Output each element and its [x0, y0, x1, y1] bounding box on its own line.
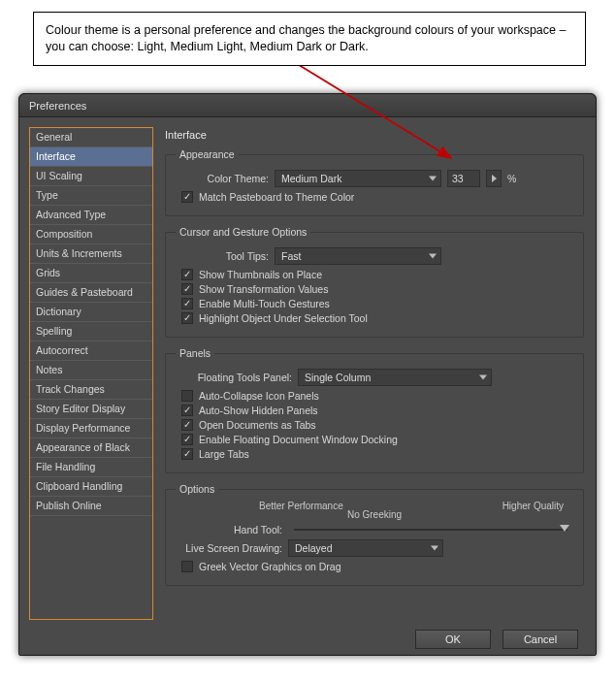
- checkbox-icon: ✓: [181, 405, 193, 416]
- checkbox-icon: ✓: [181, 434, 193, 445]
- titlebar: Preferences: [19, 94, 596, 117]
- color-theme-label: Color Theme:: [176, 173, 269, 184]
- appearance-group: Appearance Color Theme: Medium Dark 33 %: [165, 148, 584, 216]
- category-sidebar: GeneralInterfaceUI ScalingTypeAdvanced T…: [29, 127, 153, 620]
- sidebar-item[interactable]: Publish Online: [30, 497, 152, 516]
- sidebar-item[interactable]: Interface: [30, 147, 152, 167]
- checkbox-icon: ✓: [181, 448, 193, 460]
- panels-group: Panels Floating Tools Panel: Single Colu…: [165, 347, 584, 473]
- sidebar-item[interactable]: Spelling: [30, 322, 152, 341]
- chevron-down-icon: [429, 177, 437, 181]
- sidebar-item[interactable]: Display Performance: [30, 419, 152, 438]
- panel-title: Interface: [165, 129, 586, 141]
- cursor-legend: Cursor and Gesture Options: [176, 226, 310, 238]
- sidebar-item[interactable]: Appearance of Black: [30, 438, 152, 458]
- checkbox-option[interactable]: Auto-Collapse Icon Panels: [181, 390, 573, 402]
- ok-button[interactable]: OK: [415, 630, 491, 649]
- hand-tool-label: Hand Tool:: [176, 524, 282, 535]
- perf-right-label: Higher Quality: [503, 501, 564, 511]
- hand-tool-slider[interactable]: [294, 529, 567, 531]
- live-drawing-label: Live Screen Drawing:: [176, 542, 282, 554]
- checkbox-icon: ✓: [181, 298, 193, 309]
- dialog-footer: OK Cancel: [29, 626, 586, 649]
- chevron-down-icon: [429, 254, 437, 259]
- sidebar-item[interactable]: Dictionary: [30, 303, 152, 322]
- main-panel: Interface Appearance Color Theme: Medium…: [163, 127, 586, 620]
- chevron-down-icon: [479, 375, 487, 380]
- checkbox-option[interactable]: ✓Show Thumbnails on Place: [181, 269, 573, 280]
- annotation-callout: Colour theme is a personal preference an…: [33, 12, 586, 66]
- checkbox-icon: ✓: [181, 283, 193, 295]
- slider-thumb-icon: [560, 525, 569, 532]
- greek-vector-checkbox[interactable]: Greek Vector Graphics on Drag: [181, 561, 573, 572]
- checkbox-icon: ✓: [181, 419, 193, 431]
- floating-panel-label: Floating Tools Panel:: [176, 372, 292, 383]
- perf-left-label: Better Performance: [259, 501, 343, 511]
- step-right-button[interactable]: [486, 170, 502, 187]
- sidebar-item[interactable]: Composition: [30, 225, 152, 244]
- checkbox-option[interactable]: ✓Enable Floating Document Window Docking: [181, 434, 573, 445]
- checkbox-option[interactable]: ✓Show Transformation Values: [181, 283, 573, 295]
- tooltips-label: Tool Tips:: [176, 250, 269, 262]
- sidebar-item[interactable]: Notes: [30, 361, 152, 380]
- cancel-button[interactable]: Cancel: [503, 630, 578, 649]
- options-group: Options Better Performance Higher Qualit…: [165, 483, 584, 586]
- cursor-group: Cursor and Gesture Options Tool Tips: Fa…: [165, 226, 584, 338]
- checkbox-option[interactable]: ✓Highlight Object Under Selection Tool: [181, 312, 573, 324]
- checkbox-option[interactable]: ✓Auto-Show Hidden Panels: [181, 405, 573, 416]
- sidebar-item[interactable]: Autocorrect: [30, 341, 152, 361]
- panels-legend: Panels: [176, 347, 214, 359]
- sidebar-item[interactable]: Type: [30, 186, 152, 206]
- sidebar-item[interactable]: Grids: [30, 264, 152, 283]
- color-theme-select[interactable]: Medium Dark: [275, 170, 441, 187]
- live-drawing-select[interactable]: Delayed: [288, 539, 443, 557]
- tooltips-select[interactable]: Fast: [275, 247, 441, 265]
- checkbox-icon: [181, 390, 193, 402]
- sidebar-item[interactable]: Track Changes: [30, 380, 152, 400]
- sidebar-item[interactable]: Advanced Type: [30, 206, 152, 225]
- dialog-title: Preferences: [29, 100, 86, 112]
- sidebar-item[interactable]: File Handling: [30, 458, 152, 477]
- checkbox-option[interactable]: ✓Enable Multi-Touch Gestures: [181, 298, 573, 309]
- checkbox-icon: ✓: [181, 191, 193, 203]
- checkbox-option[interactable]: ✓Open Documents as Tabs: [181, 419, 573, 431]
- sidebar-item[interactable]: General: [30, 128, 152, 147]
- floating-panel-select[interactable]: Single Column: [298, 369, 492, 386]
- match-pasteboard-checkbox[interactable]: ✓ Match Pasteboard to Theme Color: [181, 191, 573, 203]
- preferences-dialog: Preferences GeneralInterfaceUI ScalingTy…: [18, 93, 597, 656]
- checkbox-icon: ✓: [181, 269, 193, 280]
- sidebar-item[interactable]: Units & Increments: [30, 244, 152, 264]
- sidebar-item[interactable]: Guides & Pasteboard: [30, 283, 152, 303]
- sidebar-item[interactable]: UI Scaling: [30, 167, 152, 186]
- options-legend: Options: [176, 483, 218, 495]
- sidebar-item[interactable]: Clipboard Handling: [30, 477, 152, 497]
- sidebar-item[interactable]: Story Editor Display: [30, 400, 152, 419]
- checkbox-icon: ✓: [181, 312, 193, 324]
- caret-right-icon: [492, 175, 497, 182]
- checkbox-icon: [181, 561, 193, 572]
- theme-brightness-field[interactable]: 33: [447, 170, 480, 187]
- chevron-down-icon: [431, 546, 438, 551]
- appearance-legend: Appearance: [176, 148, 239, 160]
- percent-label: %: [507, 173, 516, 184]
- checkbox-option[interactable]: ✓Large Tabs: [181, 448, 573, 460]
